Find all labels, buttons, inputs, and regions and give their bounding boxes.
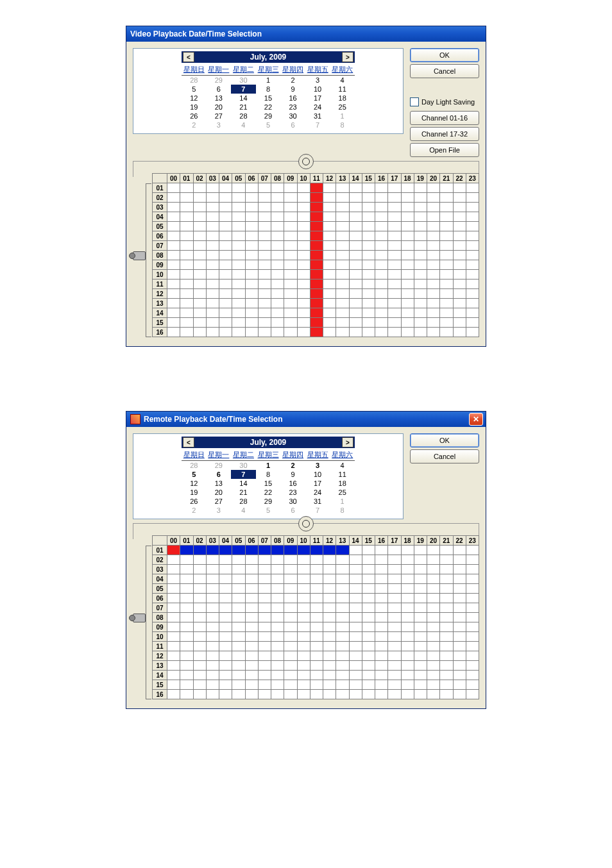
timeline-cell[interactable]: [258, 280, 271, 289]
timeline-cell[interactable]: [362, 622, 375, 632]
timeline-cell[interactable]: [427, 613, 440, 622]
timeline-cell[interactable]: [284, 328, 297, 337]
timeline-cell[interactable]: [219, 603, 232, 613]
timeline-cell[interactable]: [440, 584, 453, 594]
timeline-cell[interactable]: [193, 251, 206, 260]
timeline-cell[interactable]: [453, 203, 466, 212]
timeline-cell[interactable]: [401, 183, 414, 193]
calendar-day[interactable]: 8: [256, 470, 281, 479]
timeline-cell[interactable]: [336, 671, 349, 680]
timeline-cell[interactable]: [258, 632, 271, 642]
timeline-cell[interactable]: [206, 555, 219, 565]
timeline-cell[interactable]: [362, 318, 375, 328]
timeline-cell[interactable]: [193, 632, 206, 642]
timeline-cell[interactable]: [336, 280, 349, 289]
timeline-cell[interactable]: [427, 603, 440, 613]
timeline-cell[interactable]: [362, 231, 375, 241]
timeline-cell[interactable]: [258, 222, 271, 231]
timeline-cell[interactable]: [271, 183, 284, 193]
timeline-cell[interactable]: [206, 632, 219, 642]
timeline-cell[interactable]: [401, 594, 414, 603]
timeline-cell[interactable]: [297, 671, 310, 680]
timeline-cell[interactable]: [245, 231, 258, 241]
timeline-cell[interactable]: [310, 613, 323, 622]
timeline-cell[interactable]: [362, 328, 375, 337]
timeline-cell[interactable]: [258, 183, 271, 193]
calendar-day[interactable]: 19: [182, 488, 207, 497]
calendar-day[interactable]: 17: [305, 479, 330, 488]
timeline-cell[interactable]: [310, 183, 323, 193]
timeline-cell[interactable]: [375, 546, 388, 555]
timeline-cell[interactable]: [206, 642, 219, 651]
timeline-cell[interactable]: [388, 642, 401, 651]
timeline-cell[interactable]: [427, 328, 440, 337]
timeline-cell[interactable]: [388, 622, 401, 632]
timeline-cell[interactable]: [375, 231, 388, 241]
timeline-cell[interactable]: [466, 222, 479, 231]
timeline-cell[interactable]: [440, 651, 453, 661]
timeline-cell[interactable]: [414, 212, 427, 222]
timeline-cell[interactable]: [349, 231, 362, 241]
timeline-cell[interactable]: [232, 661, 245, 671]
timeline-cell[interactable]: [466, 613, 479, 622]
timeline-cell[interactable]: [466, 565, 479, 574]
calendar-day[interactable]: 13: [207, 94, 232, 103]
timeline-cell[interactable]: [297, 270, 310, 280]
timeline-cell[interactable]: [427, 241, 440, 251]
timeline-cell[interactable]: [466, 622, 479, 632]
timeline-cell[interactable]: [414, 270, 427, 280]
timeline-cell[interactable]: [375, 318, 388, 328]
calendar-day[interactable]: 5: [182, 470, 207, 479]
timeline-cell[interactable]: [362, 241, 375, 251]
timeline-cell[interactable]: [349, 308, 362, 318]
timeline-cell[interactable]: [336, 212, 349, 222]
timeline-cell[interactable]: [375, 613, 388, 622]
timeline-cell[interactable]: [219, 251, 232, 260]
calendar-day[interactable]: 2: [280, 461, 305, 470]
timeline-cell[interactable]: [284, 222, 297, 231]
timeline-cell[interactable]: [414, 260, 427, 270]
timeline-cell[interactable]: [271, 632, 284, 642]
timeline-cell[interactable]: [388, 632, 401, 642]
timeline-cell[interactable]: [258, 241, 271, 251]
calendar-day[interactable]: 11: [330, 470, 355, 479]
timeline-cell[interactable]: [245, 251, 258, 260]
timeline-cell[interactable]: [388, 651, 401, 661]
timeline-cell[interactable]: [232, 318, 245, 328]
timeline-cell[interactable]: [427, 280, 440, 289]
timeline-cell[interactable]: [349, 241, 362, 251]
timeline-cell[interactable]: [388, 299, 401, 308]
timeline-cell[interactable]: [271, 584, 284, 594]
timeline-cell[interactable]: [466, 241, 479, 251]
timeline-cell[interactable]: [388, 680, 401, 690]
timeline-cell[interactable]: [297, 690, 310, 699]
timeline-cell[interactable]: [310, 642, 323, 651]
timeline-cell[interactable]: [232, 555, 245, 565]
timeline-cell[interactable]: [219, 222, 232, 231]
timeline-cell[interactable]: [258, 203, 271, 212]
timeline-cell[interactable]: [323, 632, 336, 642]
timeline-cell[interactable]: [284, 661, 297, 671]
timeline-cell[interactable]: [466, 299, 479, 308]
timeline-cell[interactable]: [271, 642, 284, 651]
timeline-cell[interactable]: [349, 193, 362, 203]
timeline-cell[interactable]: [245, 671, 258, 680]
timeline-cell[interactable]: [245, 222, 258, 231]
timeline-cell[interactable]: [258, 613, 271, 622]
timeline-cell[interactable]: [336, 260, 349, 270]
timeline-cell[interactable]: [427, 222, 440, 231]
calendar-day[interactable]: 18: [330, 479, 355, 488]
timeline-cell[interactable]: [414, 651, 427, 661]
timeline-cell[interactable]: [245, 308, 258, 318]
timeline-cell[interactable]: [349, 651, 362, 661]
timeline-cell[interactable]: [362, 671, 375, 680]
timeline-cell[interactable]: [323, 222, 336, 231]
timeline-cell[interactable]: [388, 613, 401, 622]
timeline-cell[interactable]: [258, 212, 271, 222]
timeline-cell[interactable]: [336, 603, 349, 613]
timeline-cell[interactable]: [167, 280, 180, 289]
timeline-cell[interactable]: [362, 308, 375, 318]
timeline-cell[interactable]: [323, 260, 336, 270]
timeline-cell[interactable]: [167, 632, 180, 642]
ok-button[interactable]: OK: [410, 433, 479, 447]
